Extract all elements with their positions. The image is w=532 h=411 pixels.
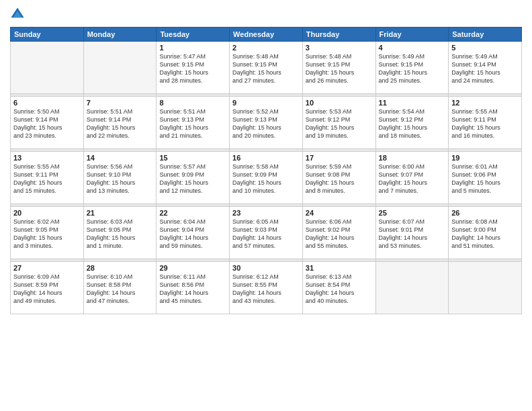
day-number: 31 (306, 264, 373, 272)
day-info: Sunrise: 6:04 AM Sunset: 9:04 PM Dayligh… (159, 218, 226, 250)
day-info: Sunrise: 5:55 AM Sunset: 9:11 PM Dayligh… (451, 107, 519, 140)
day-info: Sunrise: 6:12 AM Sunset: 8:55 PM Dayligh… (232, 273, 300, 306)
day-info: Sunrise: 5:54 AM Sunset: 9:12 PM Dayligh… (379, 107, 446, 140)
day-info: Sunrise: 6:03 AM Sunset: 9:05 PM Dayligh… (87, 218, 154, 250)
calendar-cell (83, 42, 157, 94)
day-info: Sunrise: 5:48 AM Sunset: 9:15 PM Dayligh… (306, 52, 373, 85)
day-number: 21 (87, 209, 154, 217)
day-number: 24 (306, 209, 373, 217)
weekday-header: Saturday (449, 28, 522, 42)
calendar-cell: 26Sunrise: 6:08 AM Sunset: 9:00 PM Dayli… (449, 207, 522, 259)
day-number: 29 (159, 264, 226, 272)
calendar-cell: 4Sunrise: 5:49 AM Sunset: 9:15 PM Daylig… (375, 42, 449, 94)
weekday-header: Friday (375, 28, 449, 42)
day-info: Sunrise: 5:50 AM Sunset: 9:14 PM Dayligh… (13, 107, 81, 140)
calendar-cell: 23Sunrise: 6:05 AM Sunset: 9:03 PM Dayli… (230, 207, 303, 259)
day-info: Sunrise: 6:08 AM Sunset: 9:00 PM Dayligh… (451, 218, 519, 250)
day-number: 25 (379, 209, 446, 217)
calendar-cell: 5Sunrise: 5:49 AM Sunset: 9:14 PM Daylig… (449, 42, 522, 94)
calendar-week-row: 6Sunrise: 5:50 AM Sunset: 9:14 PM Daylig… (11, 97, 522, 149)
calendar-cell: 14Sunrise: 5:56 AM Sunset: 9:10 PM Dayli… (83, 152, 157, 204)
weekday-header: Thursday (302, 28, 375, 42)
day-info: Sunrise: 6:11 AM Sunset: 8:56 PM Dayligh… (159, 273, 226, 306)
calendar-week-row: 27Sunrise: 6:09 AM Sunset: 8:59 PM Dayli… (11, 262, 522, 314)
header (10, 7, 522, 21)
day-number: 28 (87, 264, 154, 272)
calendar-cell: 29Sunrise: 6:11 AM Sunset: 8:56 PM Dayli… (157, 262, 230, 314)
day-info: Sunrise: 6:01 AM Sunset: 9:06 PM Dayligh… (451, 163, 519, 195)
day-info: Sunrise: 6:10 AM Sunset: 8:58 PM Dayligh… (87, 273, 154, 306)
calendar-cell: 7Sunrise: 5:51 AM Sunset: 9:14 PM Daylig… (83, 97, 157, 149)
calendar-cell: 16Sunrise: 5:58 AM Sunset: 9:09 PM Dayli… (230, 152, 303, 204)
calendar-cell: 31Sunrise: 6:13 AM Sunset: 8:54 PM Dayli… (302, 262, 375, 314)
day-info: Sunrise: 6:09 AM Sunset: 8:59 PM Dayligh… (13, 273, 81, 306)
day-info: Sunrise: 5:47 AM Sunset: 9:15 PM Dayligh… (159, 52, 226, 85)
calendar-cell: 13Sunrise: 5:55 AM Sunset: 9:11 PM Dayli… (11, 152, 84, 204)
weekday-header: Monday (83, 28, 157, 42)
day-number: 9 (232, 99, 300, 107)
day-info: Sunrise: 5:56 AM Sunset: 9:10 PM Dayligh… (87, 163, 154, 195)
calendar-week-row: 13Sunrise: 5:55 AM Sunset: 9:11 PM Dayli… (11, 152, 522, 204)
calendar-cell: 2Sunrise: 5:48 AM Sunset: 9:15 PM Daylig… (230, 42, 303, 94)
day-number: 17 (306, 154, 373, 162)
page: SundayMondayTuesdayWednesdayThursdayFrid… (0, 0, 532, 411)
calendar-cell: 1Sunrise: 5:47 AM Sunset: 9:15 PM Daylig… (157, 42, 230, 94)
calendar-cell: 24Sunrise: 6:06 AM Sunset: 9:02 PM Dayli… (302, 207, 375, 259)
day-info: Sunrise: 5:48 AM Sunset: 9:15 PM Dayligh… (232, 52, 300, 85)
day-number: 5 (451, 44, 519, 52)
day-info: Sunrise: 5:52 AM Sunset: 9:13 PM Dayligh… (232, 107, 300, 140)
calendar-cell: 21Sunrise: 6:03 AM Sunset: 9:05 PM Dayli… (83, 207, 157, 259)
day-number: 19 (451, 154, 519, 162)
day-number: 6 (13, 99, 81, 107)
day-info: Sunrise: 5:57 AM Sunset: 9:09 PM Dayligh… (159, 163, 226, 195)
day-info: Sunrise: 6:00 AM Sunset: 9:07 PM Dayligh… (379, 163, 446, 195)
day-info: Sunrise: 6:13 AM Sunset: 8:54 PM Dayligh… (306, 273, 373, 306)
calendar-cell: 12Sunrise: 5:55 AM Sunset: 9:11 PM Dayli… (449, 97, 522, 149)
weekday-header: Wednesday (230, 28, 303, 42)
day-number: 14 (87, 154, 154, 162)
day-number: 30 (232, 264, 300, 272)
calendar-cell: 27Sunrise: 6:09 AM Sunset: 8:59 PM Dayli… (11, 262, 84, 314)
weekday-header-row: SundayMondayTuesdayWednesdayThursdayFrid… (11, 28, 522, 42)
day-number: 15 (159, 154, 226, 162)
day-number: 3 (306, 44, 373, 52)
day-info: Sunrise: 5:59 AM Sunset: 9:08 PM Dayligh… (306, 163, 373, 195)
day-number: 2 (232, 44, 300, 52)
day-info: Sunrise: 6:07 AM Sunset: 9:01 PM Dayligh… (379, 218, 446, 250)
day-number: 13 (13, 154, 81, 162)
day-info: Sunrise: 6:02 AM Sunset: 9:05 PM Dayligh… (13, 218, 81, 250)
calendar-cell (449, 262, 522, 314)
day-number: 27 (13, 264, 81, 272)
calendar-cell: 30Sunrise: 6:12 AM Sunset: 8:55 PM Dayli… (230, 262, 303, 314)
day-number: 7 (87, 99, 154, 107)
calendar-cell: 25Sunrise: 6:07 AM Sunset: 9:01 PM Dayli… (375, 207, 449, 259)
calendar-cell (11, 42, 84, 94)
calendar-week-row: 1Sunrise: 5:47 AM Sunset: 9:15 PM Daylig… (11, 42, 522, 94)
day-number: 1 (159, 44, 226, 52)
day-number: 20 (13, 209, 81, 217)
day-info: Sunrise: 6:05 AM Sunset: 9:03 PM Dayligh… (232, 218, 300, 250)
day-info: Sunrise: 5:51 AM Sunset: 9:13 PM Dayligh… (159, 107, 226, 140)
day-info: Sunrise: 5:58 AM Sunset: 9:09 PM Dayligh… (232, 163, 300, 195)
calendar-cell: 20Sunrise: 6:02 AM Sunset: 9:05 PM Dayli… (11, 207, 84, 259)
day-number: 12 (451, 99, 519, 107)
day-number: 10 (306, 99, 373, 107)
weekday-header: Tuesday (157, 28, 230, 42)
logo-icon (10, 7, 25, 21)
day-info: Sunrise: 5:49 AM Sunset: 9:15 PM Dayligh… (379, 52, 446, 85)
calendar-cell: 17Sunrise: 5:59 AM Sunset: 9:08 PM Dayli… (302, 152, 375, 204)
calendar-cell: 15Sunrise: 5:57 AM Sunset: 9:09 PM Dayli… (157, 152, 230, 204)
logo (10, 7, 28, 21)
day-number: 23 (232, 209, 300, 217)
day-number: 8 (159, 99, 226, 107)
calendar-cell: 22Sunrise: 6:04 AM Sunset: 9:04 PM Dayli… (157, 207, 230, 259)
day-info: Sunrise: 5:53 AM Sunset: 9:12 PM Dayligh… (306, 107, 373, 140)
calendar-cell (375, 262, 449, 314)
day-number: 11 (379, 99, 446, 107)
calendar-cell: 3Sunrise: 5:48 AM Sunset: 9:15 PM Daylig… (302, 42, 375, 94)
calendar: SundayMondayTuesdayWednesdayThursdayFrid… (10, 27, 522, 314)
day-info: Sunrise: 5:49 AM Sunset: 9:14 PM Dayligh… (451, 52, 519, 85)
calendar-cell: 11Sunrise: 5:54 AM Sunset: 9:12 PM Dayli… (375, 97, 449, 149)
day-info: Sunrise: 5:51 AM Sunset: 9:14 PM Dayligh… (87, 107, 154, 140)
day-number: 18 (379, 154, 446, 162)
